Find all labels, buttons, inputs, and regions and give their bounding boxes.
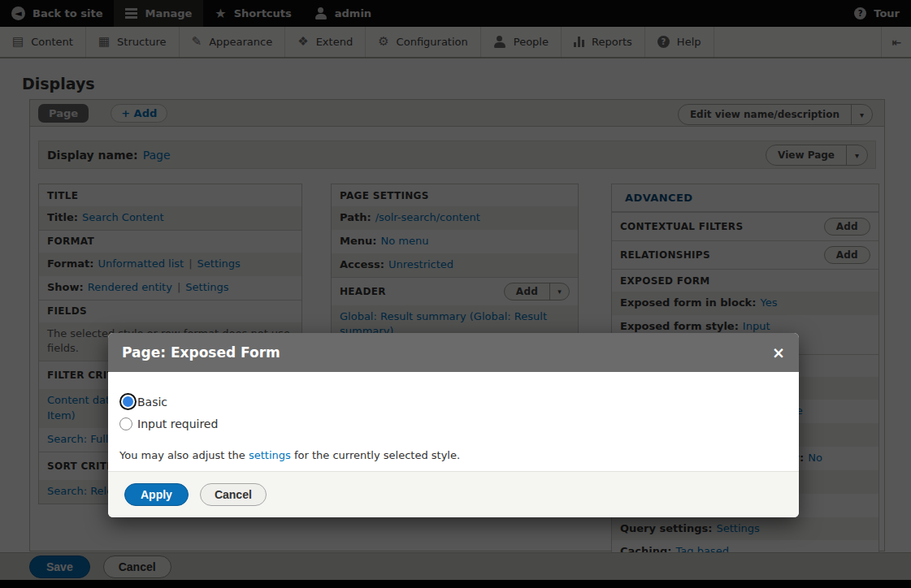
apply-button[interactable]: Apply [124, 483, 189, 506]
dialog-footer: Apply Cancel [108, 471, 799, 517]
radio-unselected-icon[interactable] [119, 417, 132, 430]
note-text-after: for the currently selected style. [291, 449, 460, 461]
radio-option-input-required[interactable]: Input required [119, 417, 787, 430]
radio-option-basic[interactable]: Basic [119, 393, 787, 410]
radio-selected-icon[interactable] [121, 395, 135, 409]
note-text-before: You may also adjust the [119, 449, 249, 461]
radio-input-required-label: Input required [137, 417, 218, 430]
dialog-titlebar[interactable]: Page: Exposed Form × [108, 333, 799, 372]
radio-basic-label: Basic [137, 396, 167, 409]
dialog-body: Basic Input required You may also adjust… [108, 372, 799, 471]
cancel-button[interactable]: Cancel [200, 483, 267, 506]
exposed-form-dialog: Page: Exposed Form × Basic Input require… [108, 333, 799, 517]
screen: ◄ Back to site Manage ★ Shortcuts admin … [0, 0, 911, 588]
dialog-note: You may also adjust the settings for the… [119, 449, 787, 461]
dialog-title: Page: Exposed Form [122, 344, 280, 361]
close-icon[interactable]: × [772, 345, 785, 361]
settings-link[interactable]: settings [249, 449, 291, 461]
